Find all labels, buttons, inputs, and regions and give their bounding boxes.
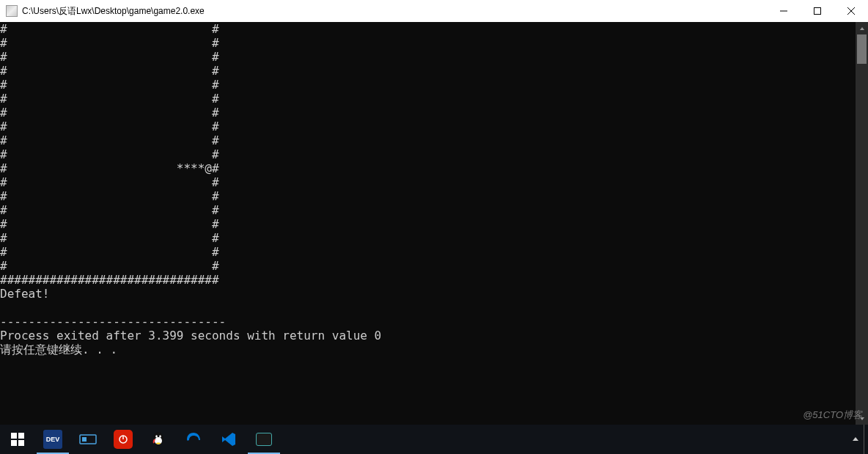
svg-rect-11 <box>82 437 87 442</box>
svg-marker-4 <box>860 27 864 30</box>
svg-rect-9 <box>18 440 24 446</box>
taskbar-item-devcpp[interactable]: DEV <box>35 425 70 454</box>
console-window: C:\Users\反语Lwx\Desktop\game\game2.0.exe … <box>0 0 868 425</box>
svg-rect-1 <box>814 8 821 15</box>
minimize-button[interactable] <box>767 0 801 22</box>
maximize-button[interactable] <box>801 0 834 22</box>
svg-point-15 <box>155 435 158 438</box>
app-icon <box>6 5 18 17</box>
titlebar[interactable]: C:\Users\反语Lwx\Desktop\game\game2.0.exe <box>0 0 868 22</box>
taskbar[interactable]: DEV <box>0 425 868 454</box>
svg-rect-7 <box>18 433 24 439</box>
scroll-thumb[interactable] <box>857 34 867 64</box>
task-view-icon <box>79 433 97 446</box>
taskbar-item-qq[interactable] <box>141 425 176 454</box>
svg-rect-6 <box>11 433 17 439</box>
taskbar-item-console[interactable] <box>246 425 282 454</box>
tray-overflow-button[interactable] <box>852 425 859 454</box>
vertical-scrollbar[interactable] <box>856 22 868 425</box>
netease-icon <box>114 430 133 449</box>
client-area: # # # # # # # # # # # # # <box>0 22 868 425</box>
edge-icon <box>185 431 202 448</box>
devcpp-icon: DEV <box>43 430 62 449</box>
close-button[interactable] <box>834 0 868 22</box>
window-controls <box>767 0 868 22</box>
vscode-icon <box>221 431 237 447</box>
svg-point-17 <box>156 442 161 444</box>
qq-icon <box>150 431 167 448</box>
start-button[interactable] <box>0 425 35 454</box>
taskbar-item-taskview[interactable] <box>70 425 106 454</box>
svg-rect-8 <box>11 440 17 446</box>
taskbar-item-vscode[interactable] <box>211 425 246 454</box>
watermark: @51CTO博客 <box>803 409 862 422</box>
taskbar-item-edge[interactable] <box>176 425 211 454</box>
svg-point-16 <box>159 435 161 438</box>
console-output[interactable]: # # # # # # # # # # # # # <box>0 22 856 425</box>
window-title: C:\Users\反语Lwx\Desktop\game\game2.0.exe <box>22 5 767 18</box>
svg-marker-18 <box>853 437 858 441</box>
scroll-up-button[interactable] <box>856 22 868 34</box>
show-desktop-button[interactable] <box>864 425 868 454</box>
taskbar-item-netease[interactable] <box>106 425 141 454</box>
console-icon <box>256 433 272 446</box>
